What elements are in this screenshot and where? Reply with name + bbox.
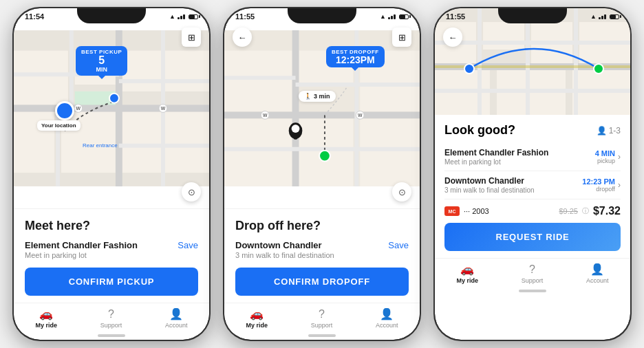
back-button-3[interactable]: ← bbox=[443, 28, 462, 47]
dropoff-detail-right: 12:23 PM dropoff › bbox=[582, 177, 621, 193]
svg-rect-3 bbox=[122, 51, 209, 91]
nav-myride-2[interactable]: 🚗 My ride bbox=[246, 307, 268, 329]
svg-point-20 bbox=[109, 94, 119, 103]
layers-button-1[interactable]: ⊞ bbox=[182, 28, 201, 47]
save-button-2[interactable]: Save bbox=[388, 240, 409, 250]
notch-2 bbox=[288, 8, 356, 23]
walk-icon: 🚶 bbox=[304, 93, 312, 100]
status-icons-3: ▲ bbox=[590, 13, 619, 20]
bottom-nav-1: 🚗 My ride ? Support 👤 Account bbox=[14, 303, 209, 334]
pickup-unit: MIN bbox=[81, 66, 122, 73]
map-svg-1: W W bbox=[14, 8, 209, 208]
svg-rect-22 bbox=[224, 51, 292, 112]
nav-support-2[interactable]: ? Support bbox=[311, 308, 333, 329]
signal-3 bbox=[183, 14, 185, 19]
map-1: W W BEST PICKUP 5 MIN Your location Rear… bbox=[14, 8, 209, 208]
location-row-2: Downtown Chandler 3 min walk to final de… bbox=[235, 240, 409, 259]
nav-support-label-2: Support bbox=[311, 322, 333, 329]
svg-text:W: W bbox=[161, 106, 166, 111]
nav-support-icon-2: ? bbox=[319, 308, 325, 320]
nav-ride-icon-3: 🚗 bbox=[460, 263, 474, 276]
layers-icon-2: ⊞ bbox=[398, 32, 406, 43]
nav-support-icon-1: ? bbox=[108, 308, 114, 320]
nav-account-3[interactable]: 👤 Account bbox=[586, 263, 609, 284]
home-indicator-3 bbox=[519, 290, 546, 292]
dropoff-detail-row[interactable]: Downtown Chandler 3 min walk to final de… bbox=[444, 171, 621, 199]
pickup-time: 5 bbox=[81, 55, 122, 66]
nav-account-label-3: Account bbox=[586, 277, 609, 284]
nav-account-icon-3: 👤 bbox=[590, 263, 604, 276]
signal-2-1 bbox=[388, 17, 390, 19]
pickup-detail-row[interactable]: Element Chandler Fashion Meet in parking… bbox=[444, 143, 621, 171]
pax-count: 1-3 bbox=[609, 126, 621, 135]
status-time-1: 11:54 bbox=[25, 12, 44, 21]
nav-ride-label-3: My ride bbox=[456, 277, 478, 284]
battery-1 bbox=[189, 14, 198, 19]
wifi-icon-3: ▲ bbox=[590, 13, 597, 20]
gps-button-2[interactable]: ⊙ bbox=[392, 182, 411, 202]
nav-account-label-2: Account bbox=[376, 322, 398, 329]
nav-support-1[interactable]: ? Support bbox=[100, 308, 122, 329]
nav-support-3[interactable]: ? Support bbox=[522, 263, 544, 284]
nav-myride-1[interactable]: 🚗 My ride bbox=[35, 307, 57, 329]
pickup-badge-1: BEST PICKUP 5 MIN bbox=[76, 46, 127, 76]
walk-time-label: 3 min bbox=[314, 93, 330, 100]
signal-3-1 bbox=[599, 17, 601, 19]
nav-account-label-1: Account bbox=[165, 322, 188, 329]
pickup-badge-info: 4 MIN pickup bbox=[595, 149, 615, 164]
person-icon: 👤 bbox=[597, 126, 607, 135]
payment-left: MC ··· 2003 bbox=[444, 206, 489, 216]
dropoff-badge-2: BEST DROPOFF 12:23PM bbox=[326, 46, 385, 67]
signal-2-3 bbox=[394, 14, 396, 19]
location-name-2: Downtown Chandler bbox=[235, 240, 334, 250]
svg-point-57 bbox=[594, 64, 603, 74]
map-svg-2: W W bbox=[224, 8, 420, 208]
confirm-pickup-button[interactable]: CONFIRM PICKUP bbox=[25, 268, 198, 296]
pickup-detail-left: Element Chandler Fashion Meet in parking… bbox=[444, 148, 548, 166]
signal-3-3 bbox=[604, 14, 606, 19]
new-price: $7.32 bbox=[593, 205, 621, 217]
back-arrow-2: ← bbox=[238, 32, 247, 43]
dropoff-time-label: 12:23 PM bbox=[582, 177, 615, 186]
signal-1 bbox=[178, 17, 180, 19]
bottom-nav-2: 🚗 My ride ? Support 👤 Account bbox=[224, 303, 420, 334]
nav-account-2[interactable]: 👤 Account bbox=[376, 307, 398, 329]
old-price: $9.25 bbox=[559, 207, 578, 215]
card-number: ··· 2003 bbox=[464, 207, 489, 215]
status-time-2: 11:55 bbox=[235, 12, 255, 21]
location-name-1: Element Chandler Fashion bbox=[25, 240, 138, 250]
phones-container: 11:54 ▲ ⊞ bbox=[0, 0, 644, 348]
panel-title-2: Drop off here? bbox=[235, 219, 409, 233]
location-info-1: Element Chandler Fashion Meet in parking… bbox=[25, 240, 138, 259]
pickup-time-label: 4 MIN bbox=[595, 149, 615, 157]
confirm-dropoff-button[interactable]: CONFIRM DROPOFF bbox=[235, 268, 409, 296]
nav-account-icon-1: 👤 bbox=[169, 307, 183, 320]
svg-text:W: W bbox=[263, 113, 268, 118]
phone-2: 11:55 ▲ ← ⊞ bbox=[223, 7, 421, 341]
look-good-panel: Look good? 👤 1-3 Element Chandler Fashio… bbox=[435, 115, 630, 258]
svg-rect-44 bbox=[483, 22, 524, 50]
nav-account-1[interactable]: 👤 Account bbox=[165, 307, 188, 329]
pickup-chevron: › bbox=[618, 152, 621, 162]
pickup-location-sub: Meet in parking lot bbox=[444, 158, 548, 166]
status-time-3: 11:55 bbox=[446, 12, 465, 21]
location-sub-1: Meet in parking lot bbox=[25, 251, 138, 259]
price-area: $9.25 ⓘ $7.32 bbox=[559, 205, 621, 217]
map-svg-3 bbox=[435, 8, 630, 115]
dropoff-location-sub: 3 min walk to final destination bbox=[444, 186, 535, 194]
dropoff-detail-left: Downtown Chandler 3 min walk to final de… bbox=[444, 176, 535, 194]
rear-entrance-label: Rear entrance bbox=[83, 142, 118, 149]
back-button-2[interactable]: ← bbox=[233, 28, 252, 47]
nav-support-icon-3: ? bbox=[529, 263, 535, 276]
save-button-1[interactable]: Save bbox=[178, 240, 198, 250]
svg-point-36 bbox=[292, 124, 300, 133]
status-icons-1: ▲ bbox=[169, 13, 198, 20]
request-ride-button[interactable]: REQUEST RIDE bbox=[444, 223, 621, 251]
nav-ride-label-2: My ride bbox=[246, 322, 268, 329]
nav-myride-3[interactable]: 🚗 My ride bbox=[456, 263, 478, 284]
layers-button-2[interactable]: ⊞ bbox=[392, 28, 411, 47]
gps-button-1[interactable]: ⊙ bbox=[182, 182, 201, 202]
nav-ride-icon-2: 🚗 bbox=[250, 307, 264, 320]
svg-rect-27 bbox=[360, 118, 420, 186]
panel-title-3: Look good? bbox=[444, 123, 515, 138]
